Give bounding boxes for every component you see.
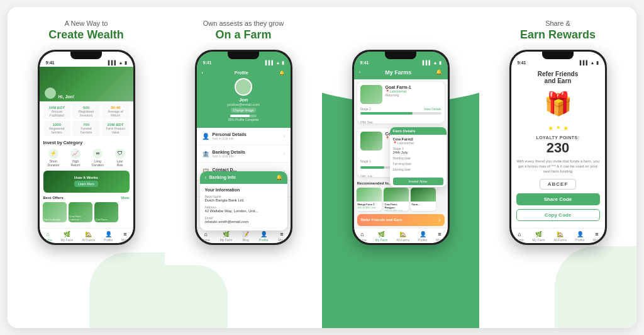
time-1: 9:41 [46,60,55,65]
rec-farm-img-2 [384,188,409,202]
farm-card-1[interactable]: Goat Farm-1 📍 Lalmonirhat Returning Stag… [357,82,445,124]
view-all-link[interactable]: View [121,196,130,200]
short-duration-icon: ⚡ [48,149,58,159]
bell-icon[interactable]: 🔔 [279,71,285,76]
nav-profile-1[interactable]: 👤 Profile [104,231,113,242]
nav-allfarms-4[interactable]: 🏡 All Farms [553,231,567,242]
profile-name: Jon [239,97,248,103]
address-field: Address 42 Wallabe Way, London, Unit... [205,205,282,213]
stat-amount: 10M BDT Amount Facilitated [43,104,71,119]
menu-banking[interactable]: 🏦 Banking Details Add or Edit Info › [197,145,291,163]
refer-banner[interactable]: Refer Friends and Earn › [357,214,445,226]
nav-profile-4[interactable]: 👤 Profile [575,231,584,242]
farms-bell[interactable]: 🔔 [436,69,442,75]
nav-home-1[interactable]: ⌂ Home [43,231,52,242]
your-info-label: Your Information [205,188,282,192]
myfarm-icon: 🌿 [64,231,70,237]
nav-allfarms-3[interactable]: 🏡 All Farms [396,231,409,242]
email-field: Email orlando.smith@email.com [205,216,282,224]
signal-icon-2: ▌▌▌ [265,60,275,65]
phone-notch-1 [70,52,102,59]
more-icon-1: ≡ [123,231,126,237]
farm-thumb-2[interactable]: Cow Farm Lalmonir... [69,202,92,222]
phone-2: 9:41 ▌▌▌ ▲ ▮ ‹ Profile 🔔 Jon [195,50,292,245]
panel4-subtitle: Share & [545,20,570,27]
nav-home-3[interactable]: ⌂ Home [358,231,366,242]
nav-home-4[interactable]: ⌂ Home [515,231,523,242]
invest-now-button[interactable]: Invest Now [393,178,443,185]
time-3: 9:41 [360,60,369,65]
chevron-banking: › [284,151,286,157]
farm-progress-fill-2 [360,166,385,169]
nav-myfarm-1[interactable]: 🌿 My Farm [61,231,74,242]
profile-email: jondoe@email.com [227,103,259,106]
banking-title: Banking Details [213,150,246,154]
nav-more-3[interactable]: ≡ More [436,231,443,242]
personal-sub: Add or Edit Info [213,137,247,140]
farm-thumb-3[interactable]: Cow Farm... [94,202,118,222]
star-2: ★ [556,125,560,132]
nav-home-2[interactable]: ⌂ Home [201,231,209,242]
farm-thumb-1[interactable]: Farm Lalmonir... [43,202,67,222]
stat-funded: 700 Funded Farmers [72,121,100,136]
farm-details-popup: Farm Details Cow Farm2 📍 Lalmonirhat Sta… [390,127,447,187]
nav-more-4[interactable]: ≡ More [593,231,600,242]
stat-reg-farmers: 1000 Registered farmers [43,121,71,136]
nav-myfarm-3[interactable]: 🌿 My Farm [375,231,388,242]
phone-screen-1: 9:41 ▌▌▌ ▲ ▮ Hi, Jon! 10M BDT Amount F [40,52,133,243]
rec-farm-1[interactable]: Manga Farm 1 400 40,000 Unit [357,188,382,210]
panel3-title: Make an Impact [358,28,443,42]
wifi-icon-3: ▲ [433,60,438,65]
nav-myfarm-4[interactable]: 🌿 My Farm [533,231,545,242]
nav-myfarm-2[interactable]: 🌿 My Farm [220,231,233,242]
nav-more-2[interactable]: ≡ More [278,231,285,242]
nav-bar-3: ⌂ Home 🌿 My Farm 🏡 All Farms 👤 Profile [354,228,448,243]
farm-thumb-2-label: Cow Farm Lalmonir... [70,215,92,221]
star-3: ★ [563,125,569,132]
farm-card-img-1 [360,85,382,104]
menu-personal[interactable]: 👤 Personal Details Add or Edit Info › [197,128,291,145]
signal-icon-4: ▌▌▌ [580,60,589,65]
loyalty-desc: With every friend you invite that funds … [516,159,600,174]
nav-more-1[interactable]: ≡ More [121,231,128,242]
progress-text: 55% Profile Complete [228,118,258,122]
nav-allfarms-1[interactable]: 🏡 All Farms [82,231,95,242]
myfarm-icon-2: 🌿 [223,231,230,237]
progress-bar [230,115,256,117]
loyalty-label: LOYALTY POINTS: [536,135,579,140]
refer-banner-text: Refer Friends and Earn [361,218,402,222]
status-icons-3: ▌▌▌ ▲ ▮ [423,60,441,65]
nav-profile-3[interactable]: 👤 Profile [418,231,427,242]
greeting-text: Hi, Jon! [58,94,75,99]
nav-profile-2[interactable]: 👤 Profile [259,231,268,242]
popup-stage-value: 24th July [393,150,443,154]
view-details-1[interactable]: View Details [424,107,441,111]
rec-farm-3[interactable]: Farm... [411,188,436,210]
popup-location: 📍 Lalmonirhat [393,141,443,145]
rec-farm-2[interactable]: Cow Farm, Rangpur 400 40,000 Unit [384,188,409,210]
popup-title: Farm Details [393,129,416,133]
farm-thumb-1-label: Farm Lalmonir... [44,218,62,221]
cat-low-risk: 🛡 LowRisk [115,149,125,167]
share-code-button[interactable]: Share Code [516,193,600,205]
referral-code: ABCEF [548,181,569,187]
stat-label-return: Average of Return [104,110,127,117]
nav-allfarms-label: All Farms [82,238,95,242]
how-it-works-banner: How It Works Learn More [43,171,130,193]
panel2-title: On a Farm [215,28,271,42]
learn-more-button[interactable]: Learn More [74,181,98,187]
change-image-button[interactable]: Change Image [231,108,257,113]
home-icon: ⌂ [46,231,49,237]
bell-icon-overlay[interactable]: 🔔 [276,174,282,180]
allfarms-icon-4: 🏡 [557,231,564,237]
back-arrow-overlay[interactable]: ‹ [205,174,207,181]
panel-on-a-farm: Own assests as they grow On a Farm 9:41 … [165,7,322,328]
chevron-personal: › [284,133,286,139]
nav-profile-label-1: Profile [104,238,113,242]
email-value: orlando.smith@email.com [205,220,282,224]
copy-code-button[interactable]: Copy Code [516,209,600,221]
nav-blog-2[interactable]: 📝 Blog [242,231,249,242]
back-arrow[interactable]: ‹ [202,71,203,76]
blog-icon-2: 📝 [242,231,249,237]
farms-back[interactable]: ‹ [359,69,361,75]
